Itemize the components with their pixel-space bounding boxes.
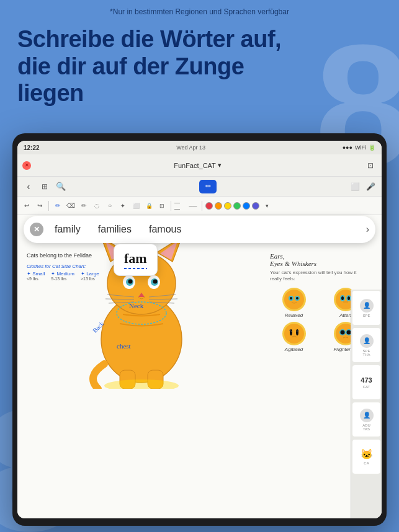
svg-point-27 — [296, 297, 298, 299]
expand-colors-icon[interactable]: ▾ — [261, 200, 272, 211]
lock-icon[interactable]: 🔒 — [143, 200, 155, 211]
svg-point-21 — [104, 379, 179, 389]
image-button[interactable]: ⬜ — [349, 180, 361, 193]
neck-label: Neck — [129, 302, 143, 309]
nav-title: FunFact_CAT ▾ — [36, 161, 359, 169]
nav-chevron[interactable]: ▾ — [218, 161, 222, 169]
svg-point-23 — [284, 290, 304, 309]
svg-point-32 — [347, 296, 350, 300]
undo-icon[interactable]: ↩ — [21, 200, 32, 211]
sidebar-label-5: CA — [364, 461, 369, 465]
search-bar: ✕ family families famous › — [24, 216, 375, 243]
nav-close-button[interactable]: ✕ — [22, 161, 31, 170]
toolbar-separator-1 — [48, 201, 49, 211]
sidebar-avatar-2: 👤 — [360, 334, 374, 348]
color-green[interactable] — [233, 202, 241, 210]
autocomplete-underline — [124, 268, 147, 269]
ipad-screen: 12:22 Wed Apr 13 ●●● WiFi 🔋 ✕ FunFact_CA… — [17, 141, 382, 518]
right-sidebar: 👤 SPE 👤 SPETHA 473 CAT 👤 ADUTAS 🐱 — [351, 290, 382, 518]
autocomplete-popup: fam — [114, 244, 158, 276]
nav2-left: ‹ ⊞ 🔍 — [22, 180, 67, 193]
face-relaxed-image — [282, 288, 306, 311]
search-arrow-icon[interactable]: › — [366, 224, 369, 235]
eraser-tool-icon[interactable]: ⌫ — [65, 200, 76, 211]
svg-point-10 — [128, 280, 133, 284]
back-button[interactable]: ‹ — [22, 180, 35, 193]
sidebar-card-2[interactable]: 👤 SPETHA — [352, 328, 380, 362]
canvas-area: 🐾🐾 ts Cats belong to the Felidae Clothes… — [17, 215, 382, 518]
shapes-tool-icon[interactable]: ○ — [104, 200, 115, 211]
status-center: Wed Apr 13 — [176, 144, 205, 151]
redo-icon[interactable]: ↪ — [34, 200, 45, 211]
sidebar-card-3[interactable]: 473 CAT — [352, 365, 380, 399]
toolbar-separator-3 — [202, 201, 202, 211]
chest-label: chest — [117, 342, 131, 350]
pencil-active-button[interactable]: ✏ — [199, 180, 217, 193]
grid-button[interactable]: ⊞ — [38, 180, 51, 193]
svg-point-34 — [284, 324, 304, 344]
nav2-right: ⬜ 🎤 — [349, 180, 377, 193]
search-suggestion-family[interactable]: family — [48, 221, 87, 237]
face-relaxed-label: Relaxed — [270, 313, 318, 318]
color-yellow[interactable] — [224, 202, 231, 210]
top-note: *Nur in bestimmten Regionen und Sprachen… — [0, 7, 399, 16]
face-agitated: Agitated — [270, 322, 318, 352]
color-blue[interactable] — [243, 202, 250, 210]
sticker-icon[interactable]: ✦ — [117, 200, 128, 211]
sidebar-card-4[interactable]: 👤 ADUTAS — [352, 402, 380, 437]
sidebar-label-4: ADUTAS — [362, 423, 370, 431]
sidebar-label-1: SPE — [362, 314, 370, 317]
toolbar-separator-2 — [171, 201, 171, 211]
svg-point-35 — [290, 329, 292, 335]
nav-icons: ⊡ — [364, 159, 377, 172]
search-suggestion-families[interactable]: families — [92, 221, 138, 237]
search-close-button[interactable]: ✕ — [30, 223, 43, 236]
mic-button[interactable]: 🎤 — [364, 180, 377, 193]
solid-line-thin-icon[interactable]: ── — [187, 200, 199, 211]
nav2-center: ✏ — [71, 180, 345, 193]
svg-point-30 — [341, 296, 344, 300]
headline-text: Schreibe die Wörter auf, die dir auf der… — [17, 26, 382, 107]
status-time: 12:22 — [24, 144, 40, 151]
ears-text: Ears, Eyes & Whiskers — [270, 252, 369, 267]
sidebar-label-2: SPETHA — [362, 349, 370, 357]
svg-point-25 — [290, 297, 292, 299]
image-tool-icon[interactable]: ⬜ — [130, 200, 141, 211]
color-orange[interactable] — [215, 202, 222, 210]
size-medium: ✦ Medium 9-13 lbs — [51, 271, 74, 281]
svg-point-11 — [153, 280, 158, 284]
status-bar: 12:22 Wed Apr 13 ●●● WiFi 🔋 — [17, 141, 382, 154]
size-small: ✦ Small <9 lbs — [27, 271, 45, 281]
dash-line-icon[interactable]: — — — [174, 200, 186, 211]
svg-point-36 — [296, 329, 298, 335]
search-suggestion-famous[interactable]: famous — [143, 221, 187, 237]
nav-export-icon[interactable]: ⊡ — [364, 159, 377, 172]
toolbar: ↩ ↪ ✏ ⌫ ✏ ◌ ○ ✦ ⬜ 🔒 ⊡ — — ── ▾ — [17, 197, 382, 215]
nav-bar-1: ✕ FunFact_CAT ▾ ⊡ — [17, 154, 382, 177]
svg-point-39 — [340, 330, 344, 334]
sidebar-avatar-4: 👤 — [360, 409, 374, 422]
sidebar-label-3: CAT — [363, 385, 370, 389]
face-agitated-label: Agitated — [270, 347, 318, 352]
status-right: ●●● WiFi 🔋 — [343, 144, 375, 151]
lasso-tool-icon[interactable]: ◌ — [91, 200, 102, 211]
sidebar-card-1[interactable]: 👤 SPE — [352, 291, 380, 325]
ipad-device: 12:22 Wed Apr 13 ●●● WiFi 🔋 ✕ FunFact_CA… — [12, 133, 387, 526]
pen-tool-icon[interactable]: ✏ — [52, 200, 63, 211]
svg-point-41 — [346, 330, 351, 334]
autocomplete-text: fam — [124, 250, 147, 267]
search-bar-container: ✕ family families famous › — [24, 216, 375, 243]
search-button[interactable]: 🔍 — [55, 180, 67, 193]
face-relaxed: Relaxed — [270, 288, 318, 318]
headline: Schreibe die Wörter auf, die dir auf der… — [17, 26, 382, 107]
more-icon[interactable]: ⊡ — [156, 200, 168, 211]
color-purple[interactable] — [252, 202, 259, 210]
nav-bar-2: ‹ ⊞ 🔍 ✏ ⬜ 🎤 — [17, 177, 382, 197]
pencil-tool-icon[interactable]: ✏ — [78, 200, 89, 211]
sidebar-card-5[interactable]: 🐱 CA — [352, 440, 380, 474]
face-agitated-image — [282, 322, 306, 345]
sidebar-avatar-1: 👤 — [360, 299, 374, 313]
color-red[interactable] — [205, 202, 213, 210]
expression-text: Your cat's expression will tell you how … — [270, 270, 369, 283]
